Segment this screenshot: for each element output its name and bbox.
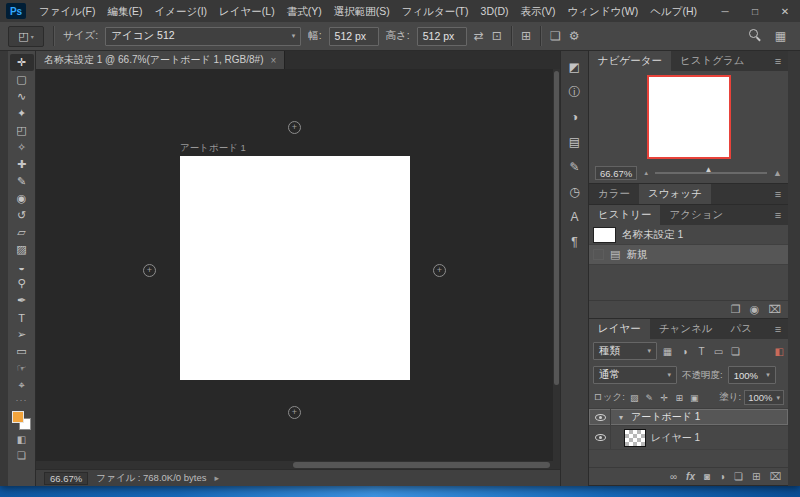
zoom-in-icon[interactable]: ▲: [773, 168, 782, 178]
tool-options-gear-icon[interactable]: ⚙: [569, 29, 580, 43]
filter-pixel-layers-icon[interactable]: ▦: [661, 346, 674, 357]
tab-navigator[interactable]: ナビゲーター: [589, 51, 671, 71]
visibility-cell[interactable]: [591, 409, 611, 425]
tab-paths[interactable]: パス: [721, 319, 761, 339]
clone-stamp-tool[interactable]: ◉: [10, 190, 34, 207]
filter-toggle-icon[interactable]: ◧: [775, 346, 784, 357]
maximize-button[interactable]: □: [740, 0, 770, 22]
close-tab-icon[interactable]: ×: [270, 55, 276, 66]
close-button[interactable]: ✕: [770, 0, 800, 22]
edit-toolbar-ellipsis[interactable]: ···: [10, 394, 34, 406]
panel-menu-icon[interactable]: ≡: [768, 205, 788, 225]
filter-type-layers-icon[interactable]: T: [695, 346, 708, 357]
lock-transparent-pixels-icon[interactable]: ▨: [629, 393, 640, 403]
status-options-icon[interactable]: ▸: [214, 473, 219, 483]
history-brush-tool[interactable]: ↺: [10, 207, 34, 224]
menu-select[interactable]: 選択範囲(S): [328, 0, 396, 22]
layer-row-artboard[interactable]: ▾ アートボード 1: [589, 409, 788, 426]
menu-filter[interactable]: フィルター(T): [396, 0, 475, 22]
foreground-color-swatch[interactable]: [12, 411, 24, 423]
rectangle-tool[interactable]: ▭: [10, 343, 34, 360]
fill-dropdown[interactable]: 100% ▾: [744, 390, 784, 405]
lock-image-pixels-icon[interactable]: ✎: [644, 393, 655, 403]
zoom-level-field[interactable]: 66.67%: [44, 472, 88, 485]
new-document-from-state-icon[interactable]: ❐: [731, 303, 741, 316]
artboard-handle-bottom[interactable]: +: [288, 406, 301, 419]
chevron-down-icon[interactable]: ▾: [616, 413, 626, 422]
spot-healing-brush-tool[interactable]: ✚: [10, 156, 34, 173]
link-layers-icon[interactable]: ∞: [670, 471, 677, 482]
new-group-icon[interactable]: ❏: [734, 471, 743, 482]
libraries-panel-icon[interactable]: ▤: [565, 134, 585, 150]
gradient-tool[interactable]: ▨: [10, 241, 34, 258]
new-layer-icon[interactable]: ⊞: [752, 471, 760, 482]
filter-adjustment-layers-icon[interactable]: ◑: [678, 346, 691, 357]
menu-image[interactable]: イメージ(I): [148, 0, 213, 22]
tab-actions[interactable]: アクション: [660, 205, 732, 225]
filter-shape-layers-icon[interactable]: ▭: [712, 346, 725, 357]
menu-view[interactable]: 表示(V): [515, 0, 562, 22]
panel-menu-icon[interactable]: ≡: [768, 51, 788, 71]
swap-width-height-icon[interactable]: ⇄: [474, 29, 484, 43]
add-layer-mask-icon[interactable]: ◙: [704, 471, 710, 482]
eraser-tool[interactable]: ▱: [10, 224, 34, 241]
navigator-preview[interactable]: [647, 75, 731, 159]
zoom-tool[interactable]: ⌖: [10, 377, 34, 394]
lock-position-icon[interactable]: ✛: [659, 393, 670, 403]
dodge-tool[interactable]: ⚲: [10, 275, 34, 292]
quick-selection-tool[interactable]: ✦: [10, 105, 34, 122]
properties-panel-icon[interactable]: ◩: [565, 59, 585, 75]
tool-preset-picker[interactable]: ◰ ▾: [8, 26, 44, 47]
search-icon[interactable]: [749, 29, 761, 43]
constrain-proportions-icon[interactable]: ⊡: [492, 29, 502, 43]
layer-style-fx-icon[interactable]: fx: [686, 471, 695, 482]
document-tab[interactable]: 名称未設定 1 @ 66.7%(アートボード 1, RGB/8#) ×: [36, 51, 285, 69]
artboard-label[interactable]: アートボード 1: [180, 142, 246, 155]
adjustments-panel-icon[interactable]: ◑: [565, 109, 585, 125]
menu-edit[interactable]: 編集(E): [101, 0, 148, 22]
opacity-dropdown[interactable]: 100% ▾: [728, 366, 776, 384]
tab-channels[interactable]: チャンネル: [650, 319, 722, 339]
blend-mode-dropdown[interactable]: 通常 ▾: [593, 366, 677, 384]
rectangular-marquee-tool[interactable]: ▢: [10, 71, 34, 88]
artboard-handle-right[interactable]: +: [433, 264, 446, 277]
lasso-tool[interactable]: ∿: [10, 88, 34, 105]
history-snapshot-row[interactable]: 名称未設定 1: [589, 225, 788, 245]
panel-menu-icon[interactable]: ≡: [768, 184, 788, 204]
layer-filter-type-dropdown[interactable]: 種類 ▾: [593, 342, 657, 360]
height-field[interactable]: 512 px: [417, 27, 467, 46]
new-adjustment-layer-icon[interactable]: ◑: [719, 471, 725, 482]
add-new-artboard-icon[interactable]: ⊞: [521, 29, 531, 43]
lock-artboard-nesting-icon[interactable]: ⊞: [674, 393, 685, 403]
character-panel-icon[interactable]: A: [565, 209, 585, 225]
path-selection-tool[interactable]: ➢: [10, 326, 34, 343]
menu-type[interactable]: 書式(Y): [281, 0, 328, 22]
eyedropper-tool[interactable]: ✧: [10, 139, 34, 156]
paragraph-panel-icon[interactable]: ¶: [565, 234, 585, 250]
info-panel-icon[interactable]: ⓘ: [565, 84, 585, 100]
menu-window[interactable]: ウィンドウ(W): [562, 0, 645, 22]
menu-file[interactable]: ファイル(F): [33, 0, 101, 22]
zoom-out-icon[interactable]: ▲: [643, 170, 649, 176]
history-panel-icon[interactable]: ◷: [565, 184, 585, 200]
history-source-checkbox[interactable]: [593, 249, 604, 260]
visibility-cell[interactable]: [591, 426, 611, 449]
menu-3d[interactable]: 3D(D): [475, 0, 515, 22]
menu-help[interactable]: ヘルプ(H): [644, 0, 703, 22]
size-preset-dropdown[interactable]: アイコン 512 ▾: [105, 27, 301, 46]
type-tool[interactable]: T: [10, 309, 34, 326]
horizontal-scrollbar-thumb[interactable]: [293, 462, 550, 468]
brush-tool[interactable]: ✎: [10, 173, 34, 190]
screen-mode-button[interactable]: ❏: [10, 447, 34, 463]
blur-tool[interactable]: ◒: [10, 258, 34, 275]
artboard-handle-top[interactable]: +: [288, 121, 301, 134]
navigator-zoom-field[interactable]: 66.67%: [595, 166, 637, 180]
new-snapshot-icon[interactable]: ◉: [750, 303, 760, 316]
workspace-layout-icon[interactable]: ❏: [550, 29, 561, 43]
lock-all-icon[interactable]: ▣: [689, 393, 700, 403]
artboard-handle-left[interactable]: +: [143, 264, 156, 277]
menu-layer[interactable]: レイヤー(L): [213, 0, 281, 22]
tab-history[interactable]: ヒストリー: [589, 205, 660, 225]
slider-thumb-icon[interactable]: ▲: [704, 165, 712, 174]
artboard[interactable]: [180, 156, 410, 380]
